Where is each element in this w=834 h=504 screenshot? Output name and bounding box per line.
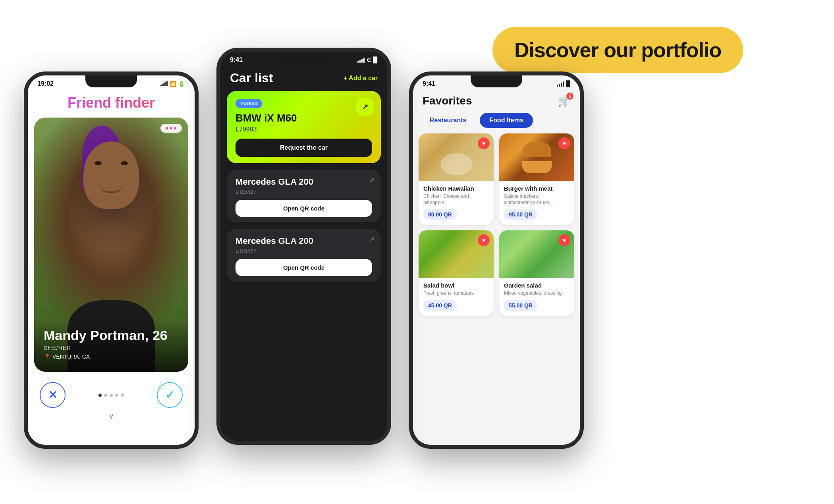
- food-name-2: Burger with meat: [504, 185, 570, 192]
- person-location: 📍 VENTURA, CA: [44, 353, 179, 360]
- add-car-button[interactable]: + Add a car: [344, 75, 378, 82]
- more-button[interactable]: [160, 124, 182, 133]
- chevron-down: ∨: [28, 411, 195, 425]
- phone-food-items: 9:41 ▉ Favorites 🛒 5: [409, 71, 584, 449]
- food-desc-4: Mixed vegetables, dressing: [504, 290, 570, 297]
- heart-button-3[interactable]: ♥: [478, 234, 490, 246]
- favorites-header: Favorites 🛒 5: [413, 87, 580, 113]
- car2-arrow-button[interactable]: ↗: [369, 176, 375, 185]
- heart-button-1[interactable]: ♥: [478, 137, 490, 149]
- tab-restaurants[interactable]: Restaurants: [420, 113, 476, 128]
- battery-icon: ▉: [566, 81, 570, 87]
- x-icon: ✕: [48, 388, 57, 402]
- food-grid: ♥ Chicken Hawaiian Chicken, Cheese and p…: [413, 133, 580, 316]
- action-buttons: ✕ ✓: [28, 375, 195, 411]
- car1-name: BMW iX M60: [236, 112, 372, 124]
- battery-icon: 🔋: [178, 81, 185, 87]
- parked-badge: Parked: [236, 99, 262, 108]
- phone3-notch: [471, 75, 522, 87]
- phone-car-list: 9:41 ∈ ▉ Car list + Add a car: [216, 48, 391, 445]
- phone3-time: 9:41: [423, 80, 435, 87]
- food-desc-3: Fresh greens, tomatoes: [423, 290, 489, 297]
- heart-button-4[interactable]: ♥: [558, 234, 570, 246]
- car2-name: Mercedes GLA 200: [236, 177, 372, 187]
- phone3-status-icons: ▉: [557, 81, 570, 87]
- food-image-salad2: ♥: [499, 230, 574, 278]
- dot-active: [98, 394, 102, 397]
- phone1-time: 19:02: [37, 80, 54, 87]
- reject-button[interactable]: ✕: [40, 382, 66, 408]
- wifi-icon: 📶: [170, 81, 176, 87]
- dot3: [174, 127, 176, 129]
- car-list-title: Car list: [230, 71, 273, 85]
- phone2-status-icons: ∈ ▉: [357, 57, 378, 63]
- face: [83, 141, 139, 209]
- person-name: Mandy Portman, 26: [44, 328, 179, 343]
- food-name-4: Garden salad: [504, 282, 570, 289]
- phone2-time: 9:41: [230, 56, 243, 64]
- food-name-1: Chicken Hawaiian: [423, 185, 489, 192]
- food-image-burger: ♥: [499, 133, 574, 181]
- cart-button[interactable]: 🛒 5: [558, 95, 570, 107]
- car1-arrow-button[interactable]: ↗: [356, 98, 374, 116]
- pagination-dots: [98, 394, 124, 397]
- food-desc-1: Chicken, Cheese and pineapple: [423, 193, 489, 206]
- food-image-chicken: ♥: [419, 133, 494, 181]
- car3-arrow-button[interactable]: ↗: [369, 235, 375, 244]
- dot-4: [121, 394, 124, 397]
- food-price-2: 95.00 QR: [504, 209, 537, 220]
- person-pronoun: SHE/HER: [44, 345, 179, 351]
- wifi-icon: ∈: [367, 57, 371, 63]
- phone1-status-icons: 📶 🔋: [160, 81, 185, 87]
- car-list-header: Car list + Add a car: [220, 64, 387, 91]
- cart-count-badge: 5: [566, 93, 573, 100]
- food-item-2: ♥ Burger with meat Saltine crackers, wor…: [499, 133, 574, 225]
- car3-plate: UI15427: [236, 248, 372, 254]
- friend-finder-title: Friend finder: [28, 87, 195, 114]
- food-item-3: ♥ Salad bowl Fresh greens, tomatoes 45.0…: [419, 230, 494, 316]
- car1-plate: L79983: [236, 126, 372, 133]
- signal-icon: [160, 81, 168, 87]
- food-price-4: 55.00 QR: [504, 300, 537, 311]
- food-desc-2: Saltine crackers, worcestershire sauce..…: [504, 193, 570, 206]
- food-item-1: ♥ Chicken Hawaiian Chicken, Cheese and p…: [419, 133, 494, 225]
- dot2: [170, 127, 172, 129]
- battery-icon: ▉: [373, 57, 378, 63]
- food-image-salad1: ♥: [419, 230, 494, 278]
- car3-card: ↗ Mercedes GLA 200 UI15427 Open QR code: [227, 229, 381, 282]
- food-price-3: 45.00 QR: [423, 300, 457, 311]
- location-pin-icon: 📍: [44, 353, 50, 360]
- food-details-4: Garden salad Mixed vegetables, dressing …: [499, 278, 574, 316]
- check-icon: ✓: [165, 388, 174, 402]
- tab-food-items[interactable]: Food Items: [480, 113, 533, 128]
- food-details-3: Salad bowl Fresh greens, tomatoes 45.00 …: [419, 278, 494, 316]
- food-details-1: Chicken Hawaiian Chicken, Cheese and pin…: [419, 181, 494, 225]
- profile-card: Mandy Portman, 26 SHE/HER 📍 VENTURA, CA: [34, 118, 188, 372]
- phone1-notch: [85, 75, 137, 87]
- food-item-4: ♥ Garden salad Mixed vegetables, dressin…: [499, 230, 574, 316]
- car3-name: Mercedes GLA 200: [236, 236, 372, 246]
- open-qr-button-2[interactable]: Open QR code: [236, 259, 372, 276]
- featured-car-card: ↗ Parked BMW iX M60 L79983 Request the c…: [227, 91, 381, 163]
- open-qr-button-1[interactable]: Open QR code: [236, 200, 372, 217]
- food-details-2: Burger with meat Saltine crackers, worce…: [499, 181, 574, 225]
- food-name-3: Salad bowl: [423, 282, 489, 289]
- phone-friend-finder: 19:02 📶 🔋 Friend finder: [24, 71, 199, 449]
- request-car-button[interactable]: Request the car: [236, 139, 372, 157]
- dot-2: [110, 394, 113, 397]
- favorites-title: Favorites: [423, 95, 472, 107]
- dot-3: [115, 394, 118, 397]
- dot-1: [104, 394, 107, 397]
- car2-plate: UI15427: [236, 189, 372, 195]
- dot1: [166, 127, 168, 129]
- phones-container: 19:02 📶 🔋 Friend finder: [24, 48, 584, 449]
- accept-button[interactable]: ✓: [157, 382, 183, 408]
- category-tabs: Restaurants Food Items: [413, 113, 580, 133]
- food-price-1: 80.00 QR: [423, 209, 457, 220]
- car2-card: ↗ Mercedes GLA 200 UI15427 Open QR code: [227, 170, 381, 222]
- heart-button-2[interactable]: ♥: [558, 137, 570, 149]
- phone2-notch: [278, 52, 330, 64]
- person-info-overlay: Mandy Portman, 26 SHE/HER 📍 VENTURA, CA: [34, 320, 188, 372]
